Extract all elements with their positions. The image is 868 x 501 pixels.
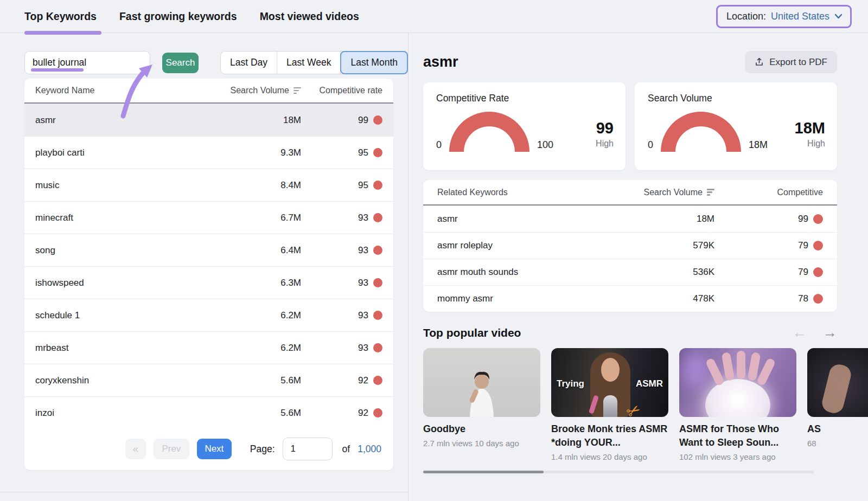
sort-descending-icon (707, 189, 714, 196)
thumbnail-overlay-text: Trying (557, 378, 584, 389)
scrollbar-thumb[interactable] (423, 471, 544, 473)
rate-dot (373, 181, 382, 190)
table-row[interactable]: minecraft 6.7M 93 (24, 201, 393, 234)
gauge-max-label: 18M (749, 139, 768, 152)
rate-dot (813, 267, 823, 277)
total-pages-link[interactable]: 1,000 (358, 444, 381, 455)
filter-last-day[interactable]: Last Day (221, 52, 277, 74)
video-thumbnail (679, 348, 796, 417)
rate-dot (373, 148, 382, 157)
location-value: United States (771, 11, 829, 22)
video-card[interactable]: ✂ Trying ASMR Brooke Monk tries ASMR *do… (551, 348, 668, 461)
video-carousel: Goodbye 2.7 mln views 10 days ago ✂ Tryi… (423, 348, 868, 461)
selected-keyword-title: asmr (423, 54, 458, 70)
first-page-button[interactable]: « (125, 439, 146, 459)
rate-dot (373, 278, 382, 287)
tab-top-keywords[interactable]: Top Keywords (24, 10, 97, 23)
search-button[interactable]: Search (162, 53, 199, 73)
export-icon (755, 57, 764, 67)
gauge-title: Competitive Rate (436, 93, 614, 104)
rate-dot (813, 214, 823, 224)
table-row[interactable]: music 8.4M 95 (24, 169, 393, 201)
rate-dot (373, 311, 382, 320)
time-filter: Last Day Last Week Last Month (220, 51, 408, 74)
table-row[interactable]: ishowspeed 6.3M 93 (24, 266, 393, 299)
keyword-list-panel: Search Last Day Last Week Last Month Key… (0, 33, 409, 501)
table-row[interactable]: schedule 1 6.2M 93 (24, 299, 393, 331)
microphone-illustration (603, 395, 617, 417)
top-popular-video-heading: Top popular video (423, 326, 521, 339)
table-row[interactable]: coryxkenshin 5.6M 92 (24, 364, 393, 396)
column-search-volume-sort[interactable]: Search Volume (193, 86, 301, 95)
gauge-level: High (795, 139, 825, 149)
gauge-min-label: 0 (436, 139, 442, 152)
rate-dot (373, 246, 382, 255)
table-row[interactable]: mrbeast 6.2M 93 (24, 331, 393, 364)
carousel-next-icon[interactable]: → (823, 324, 837, 341)
page-number-input[interactable] (283, 438, 333, 460)
related-row[interactable]: asmr roleplay 579K 79 (423, 232, 837, 259)
panel-bottom-divider (0, 492, 409, 492)
related-row[interactable]: mommy asmr 478K 78 (423, 285, 837, 312)
video-thumbnail: ✂ Trying ASMR (551, 348, 668, 417)
video-card[interactable]: Goodbye 2.7 mln views 10 days ago (423, 348, 540, 461)
gauge-value: 18M (795, 119, 825, 137)
related-row[interactable]: asmr 18M 99 (423, 205, 837, 232)
page-of-label: of (342, 444, 350, 455)
person-waving-illustration (423, 348, 540, 417)
annotation-input-underline (31, 68, 84, 72)
chevron-down-icon (834, 14, 843, 19)
rate-dot (813, 294, 823, 304)
column-related-keywords: Related Keywords (437, 188, 579, 197)
related-table-header: Related Keywords Search Volume Competiti… (423, 180, 837, 205)
sort-descending-icon (293, 87, 301, 94)
column-search-volume-label: Search Volume (230, 86, 289, 95)
rate-dot (373, 408, 382, 418)
gauge-max-label: 100 (537, 139, 553, 152)
top-bar: Top Keywords Fast growing keywords Most … (0, 0, 868, 33)
video-title: Brooke Monk tries ASMR *doing YOUR... (551, 422, 668, 449)
table-row[interactable]: asmr 18M 99 (24, 104, 393, 136)
video-thumbnail (423, 348, 540, 417)
keyword-analytics-app: Top Keywords Fast growing keywords Most … (0, 0, 868, 501)
competitive-rate-gauge-card: Competitive Rate 0 100 99 High (423, 82, 626, 170)
next-page-button[interactable]: Next (197, 439, 232, 459)
gauge-value: 99 (596, 119, 614, 137)
export-label: Export to PDF (769, 57, 827, 68)
column-keyword-name: Keyword Name (35, 86, 193, 95)
location-selector[interactable]: Location: United States (716, 5, 852, 28)
tab-most-viewed-videos[interactable]: Most viewed videos (260, 10, 359, 23)
gauge-arc (449, 112, 529, 152)
filter-last-month[interactable]: Last Month (340, 51, 408, 74)
gauge-level: High (596, 139, 614, 149)
video-stats: 2.7 mln views 10 days ago (423, 439, 540, 448)
rate-dot (813, 241, 823, 251)
keyword-detail-panel: asmr Export to PDF Competitive Rate 0 10… (409, 33, 868, 501)
column-related-search-volume-sort[interactable]: Search Volume (579, 188, 714, 197)
annotation-tab-underline (24, 31, 101, 35)
tab-bar: Top Keywords Fast growing keywords Most … (24, 10, 359, 23)
video-card[interactable]: AS 68 (807, 348, 868, 461)
filter-last-week[interactable]: Last Week (277, 52, 341, 74)
carousel-prev-icon[interactable]: ← (793, 324, 807, 341)
video-title: AS (807, 422, 868, 436)
export-to-pdf-button[interactable]: Export to PDF (745, 51, 837, 73)
table-row[interactable]: inzoi 5.6M 92 (24, 396, 393, 429)
related-row[interactable]: asmr mouth sounds 536K 79 (423, 259, 837, 285)
tab-fast-growing-keywords[interactable]: Fast growing keywords (119, 10, 237, 23)
related-keywords-table: Related Keywords Search Volume Competiti… (423, 180, 837, 312)
keyword-table-header: Keyword Name Search Volume Competitive r… (24, 79, 393, 104)
video-card[interactable]: ASMR for Those Who Want to Sleep Soun...… (679, 348, 796, 461)
horizontal-scrollbar[interactable] (423, 471, 814, 473)
search-volume-gauge-card: Search Volume 0 18M 18M High (635, 82, 837, 170)
pagination: « Prev Next Page: of 1,000 (24, 429, 393, 463)
rate-dot (373, 343, 382, 352)
column-competitive-rate: Competitive rate (301, 86, 382, 95)
table-row[interactable]: playboi carti 9.3M 95 (24, 136, 393, 169)
prev-page-button[interactable]: Prev (154, 439, 189, 459)
table-row[interactable]: song 6.4M 93 (24, 234, 393, 266)
gauge-min-label: 0 (648, 139, 653, 152)
keyword-table: Keyword Name Search Volume Competitive r… (24, 79, 393, 470)
gauge-title: Search Volume (648, 93, 825, 104)
gauge-arc (661, 112, 741, 152)
